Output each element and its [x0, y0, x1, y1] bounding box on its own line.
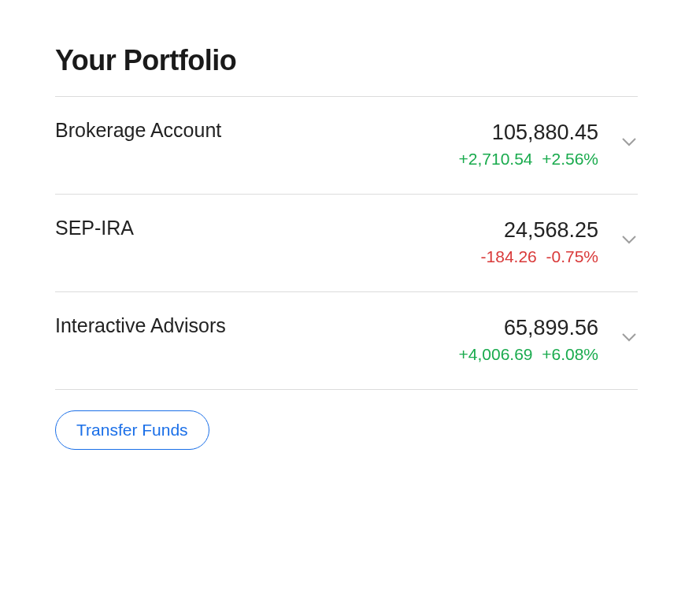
change-absolute: -184.26 — [481, 247, 537, 265]
divider — [55, 389, 638, 390]
account-balance: 105,880.45 — [459, 119, 599, 147]
account-values: 65,899.56+4,006.69 +6.08% — [459, 314, 599, 364]
transfer-funds-button[interactable]: Transfer Funds — [55, 410, 209, 450]
chevron-down-icon[interactable] — [620, 328, 638, 346]
account-change: +4,006.69 +6.08% — [459, 345, 599, 364]
change-percent: -0.75% — [546, 247, 598, 265]
account-row[interactable]: Brokerage Account105,880.45+2,710.54 +2.… — [55, 97, 638, 194]
chevron-down-icon[interactable] — [620, 231, 638, 248]
portfolio-title: Your Portfolio — [55, 44, 638, 77]
change-percent: +6.08% — [542, 345, 598, 363]
change-percent: +2.56% — [542, 150, 598, 168]
account-change: +2,710.54 +2.56% — [459, 150, 599, 169]
account-change: -184.26 -0.75% — [481, 247, 598, 266]
account-balance: 24,568.25 — [481, 217, 598, 244]
portfolio-panel: Your Portfolio Brokerage Account105,880.… — [55, 44, 638, 450]
change-absolute: +4,006.69 — [459, 345, 533, 363]
change-absolute: +2,710.54 — [459, 150, 533, 168]
chevron-down-icon[interactable] — [620, 133, 638, 150]
account-values: 24,568.25-184.26 -0.75% — [481, 217, 598, 266]
account-name: Brokerage Account — [55, 119, 221, 142]
account-name: Interactive Advisors — [55, 314, 226, 337]
account-row[interactable]: SEP-IRA24,568.25-184.26 -0.75% — [55, 195, 638, 291]
account-balance: 65,899.56 — [459, 314, 599, 342]
account-row[interactable]: Interactive Advisors65,899.56+4,006.69 +… — [55, 292, 638, 389]
account-name: SEP-IRA — [55, 217, 134, 239]
account-values: 105,880.45+2,710.54 +2.56% — [459, 119, 599, 169]
